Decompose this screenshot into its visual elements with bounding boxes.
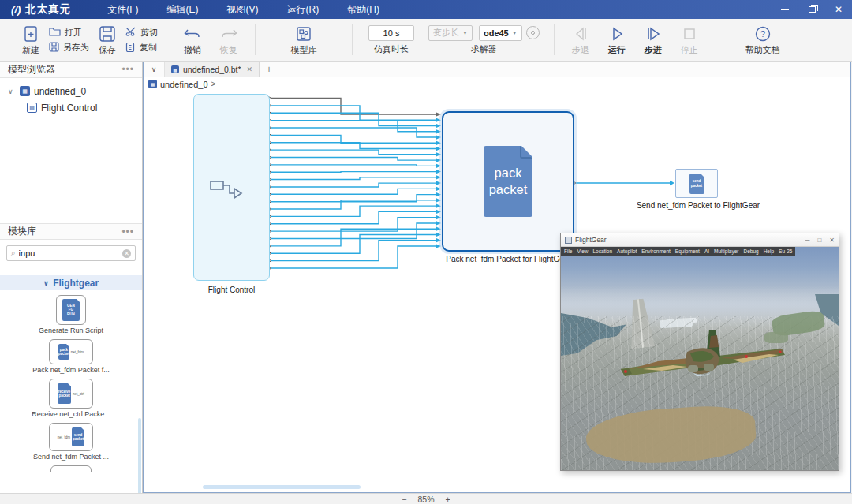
new-tab-button[interactable]: + (260, 62, 278, 77)
doc-icon: packpacket (58, 344, 69, 360)
stop-button[interactable]: 停止 (671, 19, 708, 62)
tab-close-icon[interactable]: ✕ (247, 65, 253, 73)
signal-wire[interactable] (271, 189, 436, 194)
flightgear-menu-item[interactable]: Su-25 (779, 248, 792, 254)
tab-list-chevron-icon[interactable]: ∨ (144, 62, 165, 77)
signal-wire[interactable] (271, 234, 436, 253)
doc-icon: sendpacket (72, 427, 84, 446)
library-section-flightgear[interactable]: ∨ Flightgear (0, 275, 142, 290)
solver-dropdown[interactable]: ode45▼ (479, 25, 522, 41)
save-icon (99, 24, 116, 44)
tree-node-flight-control[interactable]: ▤ Flight Control (0, 99, 142, 116)
signal-wire[interactable] (271, 183, 436, 187)
solver-settings-icon[interactable] (526, 26, 540, 39)
menu-view[interactable]: 视图(V) (213, 0, 273, 19)
flightgear-titlebar[interactable]: FlightGear ─ □ ✕ (561, 233, 839, 247)
new-button[interactable]: 新建 (13, 19, 49, 62)
flightgear-menu-item[interactable]: View (577, 248, 588, 254)
menu-edit[interactable]: 编辑(E) (153, 0, 213, 19)
chevron-down-icon[interactable]: ∨ (8, 88, 16, 95)
flightgear-menu-item[interactable]: Autopilot (617, 248, 637, 254)
copy-button[interactable]: 复制 (125, 42, 158, 54)
close-button[interactable]: ✕ (825, 0, 852, 19)
signal-wire[interactable] (271, 177, 436, 180)
window-controls: ✕ (772, 0, 852, 19)
flightgear-menu-item[interactable]: File (564, 248, 572, 254)
subsystem-glyph-icon (210, 178, 243, 205)
app-logo: (/) (11, 4, 21, 16)
more-options-icon[interactable]: ••• (121, 64, 134, 75)
library-scrollbar[interactable] (138, 418, 141, 504)
flightgear-window-controls: ─ □ ✕ (805, 237, 835, 244)
flight-control-label: Flight Control (193, 286, 270, 294)
undo-button[interactable]: 撤销 (174, 19, 211, 62)
more-options-icon[interactable]: ••• (121, 226, 134, 237)
signal-wire[interactable] (271, 150, 436, 155)
model-library-icon (295, 24, 312, 44)
library-item-send-net-fdm[interactable]: net_fdm sendpacket Send net_fdm Packet .… (33, 423, 109, 461)
wire-arrowhead-icon (436, 118, 441, 122)
menu-help[interactable]: 帮助(H) (333, 0, 394, 19)
flightgear-menu-item[interactable]: Environment (641, 248, 671, 254)
tab-undefined-0[interactable]: ▦ undefined_0.bt* ✕ (165, 62, 260, 77)
menu-file[interactable]: 文件(F) (93, 0, 152, 19)
flightgear-menu-item[interactable]: Debug (744, 248, 759, 254)
clear-search-icon[interactable]: ✕ (122, 249, 131, 258)
run-button[interactable]: 运行 (599, 19, 635, 62)
library-item-generate-run-script[interactable]: GENFGRUN Generate Run Script (39, 295, 103, 334)
save-as-button[interactable]: 另存为 (49, 42, 89, 54)
library-search-input[interactable] (19, 248, 119, 258)
step-mode-dropdown[interactable]: 变步长▼ (428, 25, 473, 41)
signal-wire[interactable] (271, 135, 436, 143)
flightgear-menu-item[interactable]: AI (704, 248, 709, 254)
pack-packet-block[interactable]: pack packet (442, 111, 574, 252)
zoom-out-button[interactable]: − (402, 495, 406, 504)
flightgear-menu-item[interactable]: Help (764, 248, 774, 254)
flight-control-block[interactable] (193, 94, 270, 281)
model-file-icon: ▦ (171, 65, 179, 73)
search-icon: ⌕ (11, 248, 16, 258)
send-block-label: Send net_fdm Packet to FlightGear (623, 201, 773, 210)
step-forward-button[interactable]: 步进 (635, 19, 671, 62)
flightgear-menu-item[interactable]: Equipment (675, 248, 700, 254)
flightgear-window[interactable]: FlightGear ─ □ ✕ (560, 233, 839, 471)
send-packet-block[interactable]: send packet (675, 169, 718, 198)
wire-arrowhead-icon (436, 187, 441, 191)
library-item-receive-net-ctrl[interactable]: receivepacket net_ctrl Receive net_ctrl … (32, 379, 110, 418)
maximize-button[interactable]: □ (817, 237, 821, 244)
model-library-button[interactable]: 模型库 (286, 19, 322, 62)
minimize-button[interactable]: ─ (805, 237, 810, 244)
copy-icon (125, 42, 136, 54)
signal-wire[interactable] (271, 99, 436, 115)
signal-wire[interactable] (271, 157, 436, 160)
model-tree: ∨ ▦ undefined_0 ▤ Flight Control (0, 78, 142, 121)
model-browser-header: 模型浏览器 ••• (0, 62, 142, 78)
zoom-in-button[interactable]: + (446, 495, 450, 504)
sim-time-input[interactable] (368, 25, 414, 41)
toolbar: 新建 打开 另存为 保存 剪切 复制 (0, 19, 852, 62)
step-back-button[interactable]: 步退 (562, 19, 599, 62)
chevron-down-icon: ▼ (512, 30, 518, 35)
flightgear-menu-item[interactable]: Location (592, 248, 612, 254)
breadcrumb-item[interactable]: undefined_0 (160, 80, 208, 89)
tree-node-root[interactable]: ∨ ▦ undefined_0 (0, 83, 142, 99)
library-item-pack-net-fdm[interactable]: packpacket net_fdm Pack net_fdm Packet f… (32, 339, 110, 374)
cut-button[interactable]: 剪切 (125, 27, 158, 39)
signal-wire[interactable] (271, 172, 436, 173)
flightgear-menubar[interactable]: FileViewLocationAutopilotEnvironmentEqui… (561, 247, 795, 256)
wire-arrowhead-icon (436, 164, 441, 168)
library-search: ⌕ ✕ (6, 245, 136, 261)
canvas-hscrollbar[interactable] (203, 485, 361, 489)
save-button[interactable]: 保存 (89, 19, 125, 62)
menu-run[interactable]: 运行(R) (273, 0, 334, 19)
minimize-button[interactable] (772, 0, 798, 19)
help-docs-button[interactable]: ? 帮助文档 (745, 19, 781, 62)
close-button[interactable]: ✕ (829, 237, 835, 244)
redo-button[interactable]: 恢复 (211, 19, 247, 62)
maximize-button[interactable] (798, 0, 825, 19)
flightgear-menu-item[interactable]: Multiplayer (714, 248, 738, 254)
signal-wire[interactable] (271, 165, 436, 166)
signal-wire[interactable] (271, 128, 436, 137)
open-folder-icon (49, 27, 61, 38)
open-button[interactable]: 打开 (49, 27, 89, 39)
